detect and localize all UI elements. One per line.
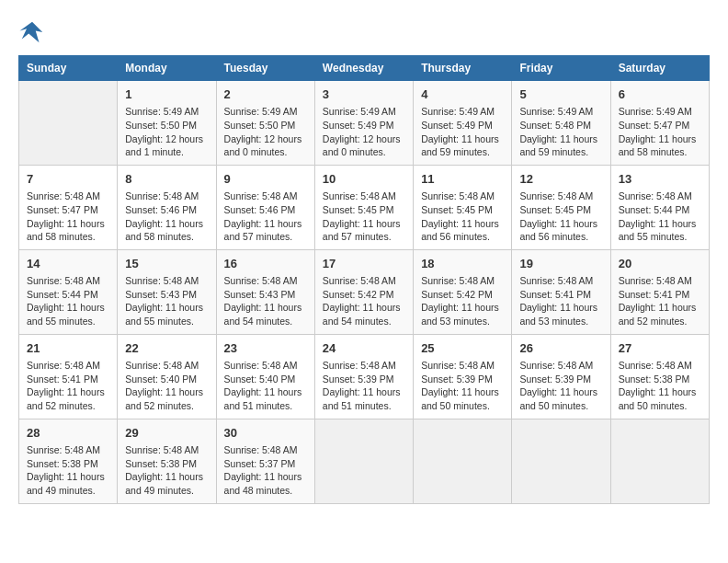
calendar-cell: 14Sunrise: 5:48 AM Sunset: 5:44 PM Dayli… [19,249,118,334]
day-info: Sunrise: 5:48 AM Sunset: 5:46 PM Dayligh… [125,190,208,244]
day-info: Sunrise: 5:48 AM Sunset: 5:41 PM Dayligh… [27,359,109,413]
header-cell-saturday: Saturday [610,56,709,81]
calendar-body: 1Sunrise: 5:49 AM Sunset: 5:50 PM Daylig… [19,81,710,504]
day-info: Sunrise: 5:48 AM Sunset: 5:37 PM Dayligh… [224,443,307,498]
day-info: Sunrise: 5:48 AM Sunset: 5:45 PM Dayligh… [421,190,504,244]
day-info: Sunrise: 5:48 AM Sunset: 5:39 PM Dayligh… [519,359,602,413]
calendar-cell [19,81,118,166]
header-row: SundayMondayTuesdayWednesdayThursdayFrid… [19,56,710,81]
day-info: Sunrise: 5:49 AM Sunset: 5:49 PM Dayligh… [421,105,504,159]
calendar-cell: 30Sunrise: 5:48 AM Sunset: 5:37 PM Dayli… [216,419,314,503]
day-number: 27 [619,340,701,357]
day-info: Sunrise: 5:48 AM Sunset: 5:47 PM Dayligh… [27,190,109,244]
calendar-cell [314,419,413,503]
day-number: 11 [421,171,504,188]
calendar-cell: 26Sunrise: 5:48 AM Sunset: 5:39 PM Dayli… [512,334,610,419]
day-number: 30 [224,425,307,442]
day-number: 8 [125,171,208,188]
calendar-cell: 9Sunrise: 5:48 AM Sunset: 5:46 PM Daylig… [216,165,314,249]
day-info: Sunrise: 5:48 AM Sunset: 5:46 PM Dayligh… [224,190,307,244]
day-number: 28 [27,425,109,442]
day-info: Sunrise: 5:48 AM Sunset: 5:45 PM Dayligh… [519,190,602,244]
header-cell-monday: Monday [118,56,216,81]
header-cell-wednesday: Wednesday [314,56,413,81]
day-number: 2 [224,86,307,103]
day-number: 24 [323,340,405,357]
calendar-cell: 19Sunrise: 5:48 AM Sunset: 5:41 PM Dayli… [512,249,610,334]
day-number: 22 [125,340,208,357]
day-number: 23 [224,340,307,357]
day-number: 12 [519,171,602,188]
header-cell-thursday: Thursday [414,56,512,81]
day-info: Sunrise: 5:49 AM Sunset: 5:48 PM Dayligh… [519,105,602,159]
day-info: Sunrise: 5:48 AM Sunset: 5:39 PM Dayligh… [323,359,405,413]
day-number: 17 [323,256,405,272]
day-number: 14 [27,256,109,272]
calendar-cell: 17Sunrise: 5:48 AM Sunset: 5:42 PM Dayli… [314,249,413,334]
day-info: Sunrise: 5:48 AM Sunset: 5:41 PM Dayligh… [619,274,701,328]
day-number: 19 [519,256,602,272]
day-number: 25 [421,340,504,357]
calendar-cell: 20Sunrise: 5:48 AM Sunset: 5:41 PM Dayli… [610,249,709,334]
week-row-3: 21Sunrise: 5:48 AM Sunset: 5:41 PM Dayli… [19,334,710,419]
calendar-cell: 27Sunrise: 5:48 AM Sunset: 5:38 PM Dayli… [610,334,709,419]
calendar-cell: 13Sunrise: 5:48 AM Sunset: 5:44 PM Dayli… [610,165,709,249]
calendar-cell: 7Sunrise: 5:48 AM Sunset: 5:47 PM Daylig… [19,165,118,249]
calendar-cell: 24Sunrise: 5:48 AM Sunset: 5:39 PM Dayli… [314,334,413,419]
logo [18,18,50,46]
day-number: 15 [125,256,208,272]
day-number: 18 [421,256,504,272]
calendar-cell: 22Sunrise: 5:48 AM Sunset: 5:40 PM Dayli… [118,334,216,419]
header-cell-sunday: Sunday [19,56,118,81]
calendar-cell: 10Sunrise: 5:48 AM Sunset: 5:45 PM Dayli… [314,165,413,249]
day-info: Sunrise: 5:48 AM Sunset: 5:38 PM Dayligh… [125,443,208,498]
day-number: 3 [323,86,405,103]
calendar-cell [610,419,709,503]
day-number: 1 [125,86,208,103]
calendar-cell: 25Sunrise: 5:48 AM Sunset: 5:39 PM Dayli… [414,334,512,419]
day-info: Sunrise: 5:48 AM Sunset: 5:42 PM Dayligh… [323,274,405,328]
calendar-cell: 21Sunrise: 5:48 AM Sunset: 5:41 PM Dayli… [19,334,118,419]
day-info: Sunrise: 5:48 AM Sunset: 5:40 PM Dayligh… [125,359,208,413]
day-info: Sunrise: 5:49 AM Sunset: 5:47 PM Dayligh… [619,105,701,159]
day-number: 26 [519,340,602,357]
day-info: Sunrise: 5:49 AM Sunset: 5:49 PM Dayligh… [323,105,405,159]
day-number: 10 [323,171,405,188]
day-info: Sunrise: 5:49 AM Sunset: 5:50 PM Dayligh… [125,105,208,159]
day-info: Sunrise: 5:48 AM Sunset: 5:41 PM Dayligh… [519,274,602,328]
calendar-cell: 23Sunrise: 5:48 AM Sunset: 5:40 PM Dayli… [216,334,314,419]
page-header [18,18,710,46]
week-row-2: 14Sunrise: 5:48 AM Sunset: 5:44 PM Dayli… [19,249,710,334]
day-info: Sunrise: 5:48 AM Sunset: 5:42 PM Dayligh… [421,274,504,328]
calendar-cell: 18Sunrise: 5:48 AM Sunset: 5:42 PM Dayli… [414,249,512,334]
day-info: Sunrise: 5:48 AM Sunset: 5:39 PM Dayligh… [421,359,504,413]
day-number: 5 [519,86,602,103]
calendar-cell [512,419,610,503]
calendar-cell: 12Sunrise: 5:48 AM Sunset: 5:45 PM Dayli… [512,165,610,249]
day-info: Sunrise: 5:48 AM Sunset: 5:44 PM Dayligh… [27,274,109,328]
calendar-cell [414,419,512,503]
calendar-cell: 4Sunrise: 5:49 AM Sunset: 5:49 PM Daylig… [414,81,512,166]
day-number: 21 [27,340,109,357]
logo-icon [18,18,46,46]
calendar-cell: 11Sunrise: 5:48 AM Sunset: 5:45 PM Dayli… [414,165,512,249]
day-number: 6 [619,86,701,103]
calendar-cell: 15Sunrise: 5:48 AM Sunset: 5:43 PM Dayli… [118,249,216,334]
day-info: Sunrise: 5:48 AM Sunset: 5:38 PM Dayligh… [27,443,109,498]
header-cell-tuesday: Tuesday [216,56,314,81]
calendar-cell: 16Sunrise: 5:48 AM Sunset: 5:43 PM Dayli… [216,249,314,334]
day-number: 20 [619,256,701,272]
day-info: Sunrise: 5:48 AM Sunset: 5:43 PM Dayligh… [125,274,208,328]
svg-marker-0 [20,22,43,43]
day-number: 9 [224,171,307,188]
calendar-cell: 1Sunrise: 5:49 AM Sunset: 5:50 PM Daylig… [118,81,216,166]
week-row-1: 7Sunrise: 5:48 AM Sunset: 5:47 PM Daylig… [19,165,710,249]
day-number: 16 [224,256,307,272]
header-cell-friday: Friday [512,56,610,81]
day-number: 4 [421,86,504,103]
day-info: Sunrise: 5:48 AM Sunset: 5:40 PM Dayligh… [224,359,307,413]
calendar-cell: 8Sunrise: 5:48 AM Sunset: 5:46 PM Daylig… [118,165,216,249]
day-info: Sunrise: 5:48 AM Sunset: 5:43 PM Dayligh… [224,274,307,328]
calendar-cell: 6Sunrise: 5:49 AM Sunset: 5:47 PM Daylig… [610,81,709,166]
day-info: Sunrise: 5:48 AM Sunset: 5:44 PM Dayligh… [619,190,701,244]
